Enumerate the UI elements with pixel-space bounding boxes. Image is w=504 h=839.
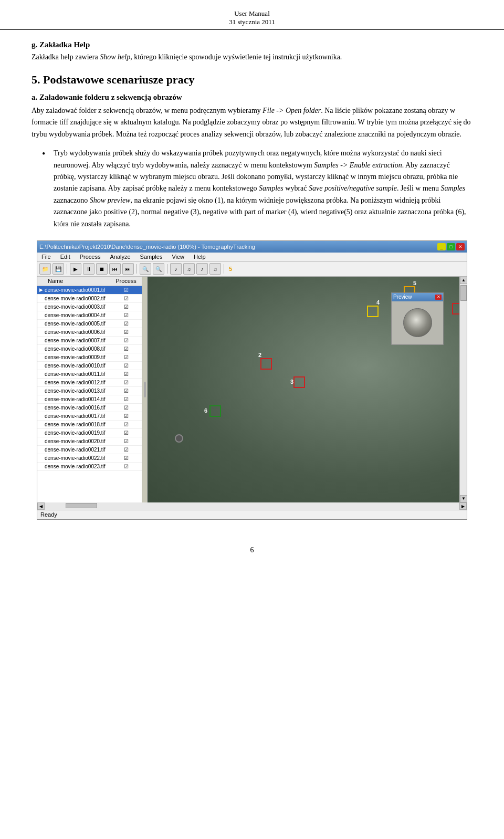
row-check[interactable]: ☑ [110, 464, 142, 469]
row-filename[interactable]: dense-movie-radio0016.tif [45, 405, 110, 411]
scrollbar-thumb[interactable] [460, 285, 467, 301]
filelist-row[interactable]: dense-movie-radio0012.tif ☑ [37, 379, 142, 387]
toolbar-btn-2[interactable]: 💾 [52, 263, 64, 275]
row-check[interactable]: ☑ [110, 447, 142, 453]
row-check[interactable]: ☑ [110, 321, 142, 327]
filelist-row[interactable]: dense-movie-radio0018.tif ☑ [37, 421, 142, 429]
scrollbar-left-button[interactable]: ◀ [37, 502, 45, 510]
menu-view[interactable]: View [170, 254, 186, 260]
row-check[interactable]: ☑ [110, 338, 142, 343]
row-check[interactable]: ☑ [110, 363, 142, 369]
preview-close-button[interactable]: ✕ [435, 295, 442, 300]
row-filename[interactable]: dense-movie-radio0022.tif [45, 455, 110, 461]
row-check[interactable]: ☑ [110, 438, 142, 444]
row-filename[interactable]: dense-movie-radio0019.tif [45, 430, 110, 436]
toolbar-btn-7[interactable]: ⏭ [122, 263, 134, 275]
toolbar-btn-5[interactable]: ⏹ [96, 263, 108, 275]
horizontal-scrollbar[interactable]: ◀ ▶ [37, 502, 467, 510]
filelist-row[interactable]: dense-movie-radio0019.tif ☑ [37, 429, 142, 437]
row-check[interactable]: ☑ [110, 455, 142, 461]
row-check[interactable]: ☑ [110, 304, 142, 310]
row-check[interactable]: ☑ [110, 388, 142, 394]
scrollbar-right-button[interactable]: ▶ [459, 502, 467, 510]
row-filename[interactable]: dense-movie-radio0020.tif [45, 438, 110, 444]
filelist-row[interactable]: dense-movie-radio0014.tif ☑ [37, 395, 142, 404]
filelist-row[interactable]: dense-movie-radio0002.tif ☑ [37, 295, 142, 303]
row-check[interactable]: ☑ [110, 312, 142, 318]
toolbar-btn-music2[interactable]: ♫ [183, 263, 195, 275]
scrollbar-h-thumb[interactable] [66, 503, 97, 508]
row-check[interactable]: ☑ [110, 380, 142, 385]
win-buttons[interactable]: _ □ ✕ [437, 243, 465, 250]
toolbar-btn-3[interactable]: ▶ [70, 263, 81, 275]
toolbar-btn-6[interactable]: ⏮ [109, 263, 121, 275]
scrollbar-h-track[interactable] [45, 502, 459, 510]
filelist-row-selected[interactable]: ▶ dense-movie-radio0001.tif ☑ [37, 286, 142, 295]
row-filename[interactable]: dense-movie-radio0003.tif [45, 304, 110, 310]
row-filename[interactable]: dense-movie-radio0004.tif [45, 312, 110, 318]
menu-file[interactable]: File [39, 254, 53, 260]
toolbar-btn-zoom-in[interactable]: 🔍 [140, 263, 151, 275]
toolbar-btn-1[interactable]: 📁 [39, 263, 51, 275]
row-filename[interactable]: dense-movie-radio0010.tif [45, 363, 110, 369]
vertical-scrollbar[interactable]: ▲ ▼ [459, 277, 467, 502]
toolbar-btn-music3[interactable]: ♪ [196, 263, 208, 275]
row-filename[interactable]: dense-movie-radio0005.tif [45, 321, 110, 327]
menu-analyze[interactable]: Analyze [108, 254, 132, 260]
filelist-row[interactable]: dense-movie-radio0007.tif ☑ [37, 337, 142, 345]
row-check[interactable]: ☑ [110, 287, 142, 293]
filelist-row[interactable]: dense-movie-radio0003.tif ☑ [37, 303, 142, 311]
row-check[interactable]: ☑ [110, 371, 142, 377]
row-filename[interactable]: dense-movie-radio0021.tif [45, 447, 110, 453]
row-filename[interactable]: dense-movie-radio0007.tif [45, 338, 110, 343]
filelist-row[interactable]: dense-movie-radio0011.tif ☑ [37, 370, 142, 379]
row-check[interactable]: ☑ [110, 296, 142, 301]
close-button[interactable]: ✕ [456, 243, 465, 250]
filelist-row[interactable]: dense-movie-radio0022.tif ☑ [37, 454, 142, 463]
row-check[interactable]: ☑ [110, 329, 142, 335]
menu-edit[interactable]: Edit [58, 254, 72, 260]
row-check[interactable]: ☑ [110, 422, 142, 427]
row-filename[interactable]: dense-movie-radio0009.tif [45, 354, 110, 360]
filelist-row[interactable]: dense-movie-radio0005.tif ☑ [37, 320, 142, 328]
scrollbar-down-button[interactable]: ▼ [460, 495, 467, 502]
maximize-button[interactable]: □ [447, 243, 455, 250]
row-filename[interactable]: dense-movie-radio0018.tif [45, 422, 110, 427]
row-filename[interactable]: dense-movie-radio0023.tif [45, 464, 110, 469]
row-filename[interactable]: dense-movie-radio0011.tif [45, 371, 110, 377]
row-filename[interactable]: dense-movie-radio0014.tif [45, 396, 110, 402]
filelist-row[interactable]: dense-movie-radio0004.tif ☑ [37, 311, 142, 320]
filelist-row[interactable]: dense-movie-radio0023.tif ☑ [37, 463, 142, 471]
row-filename[interactable]: dense-movie-radio0001.tif [45, 287, 110, 293]
filelist-row[interactable]: dense-movie-radio0021.tif ☑ [37, 446, 142, 454]
row-check[interactable]: ☑ [110, 413, 142, 419]
row-filename[interactable]: dense-movie-radio0006.tif [45, 329, 110, 335]
row-filename[interactable]: dense-movie-radio0012.tif [45, 380, 110, 385]
row-check[interactable]: ☑ [110, 396, 142, 402]
filelist-row[interactable]: dense-movie-radio0006.tif ☑ [37, 328, 142, 337]
toolbar-btn-music4[interactable]: ♫ [209, 263, 221, 275]
row-filename[interactable]: dense-movie-radio0002.tif [45, 296, 110, 301]
filelist-row[interactable]: dense-movie-radio0013.tif ☑ [37, 387, 142, 395]
toolbar-btn-zoom-out[interactable]: 🔍 [153, 263, 164, 275]
row-check[interactable]: ☑ [110, 354, 142, 360]
scrollbar-up-button[interactable]: ▲ [460, 277, 467, 284]
filelist-row[interactable]: dense-movie-radio0017.tif ☑ [37, 412, 142, 421]
menu-help[interactable]: Help [192, 254, 208, 260]
filelist-row[interactable]: dense-movie-radio0009.tif ☑ [37, 353, 142, 362]
toolbar-btn-4[interactable]: ⏸ [83, 263, 94, 275]
filelist-row[interactable]: dense-movie-radio0010.tif ☑ [37, 362, 142, 370]
row-filename[interactable]: dense-movie-radio0008.tif [45, 346, 110, 352]
toolbar-btn-music1[interactable]: ♪ [170, 263, 182, 275]
filelist-row[interactable]: dense-movie-radio0008.tif ☑ [37, 345, 142, 353]
row-check[interactable]: ☑ [110, 430, 142, 436]
minimize-button[interactable]: _ [437, 243, 446, 250]
menu-samples[interactable]: Samples [138, 254, 165, 260]
scrollbar-track[interactable] [460, 284, 467, 495]
row-check[interactable]: ☑ [110, 405, 142, 411]
menu-process[interactable]: Process [78, 254, 103, 260]
split-handle[interactable] [142, 277, 148, 502]
row-filename[interactable]: dense-movie-radio0017.tif [45, 413, 110, 419]
row-check[interactable]: ☑ [110, 346, 142, 352]
filelist-row[interactable]: dense-movie-radio0020.tif ☑ [37, 437, 142, 446]
